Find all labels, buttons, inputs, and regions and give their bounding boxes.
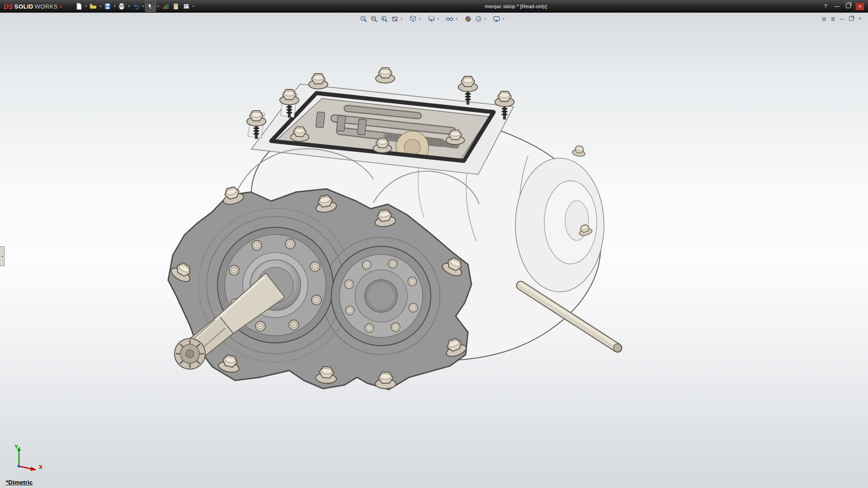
toolbar-options-icon	[183, 3, 190, 10]
view-settings-icon	[493, 15, 501, 23]
heads-up-view-toolbar: ▾ ▾ ▾ ▾ ▾ ▾	[359, 14, 505, 23]
zoom-to-selection-icon	[380, 15, 388, 23]
flange-bolt[interactable]	[345, 306, 354, 315]
collapse-arrow-icon: ◄	[1, 255, 4, 258]
hex-bolt[interactable]	[572, 145, 586, 157]
z-axis-marker	[17, 465, 20, 468]
x-axis	[19, 466, 33, 469]
print-icon	[118, 3, 125, 10]
select-cursor-icon	[147, 3, 154, 10]
pane-split-button[interactable]: ▤	[821, 15, 827, 22]
flange-bolt[interactable]	[310, 262, 320, 272]
toolbar-options-caret[interactable]: ▾	[192, 1, 195, 11]
select-tool-button[interactable]	[145, 1, 156, 12]
brand-works: WORKS	[35, 3, 58, 10]
open-folder-icon	[90, 3, 97, 10]
zoom-to-area-button[interactable]	[369, 14, 378, 23]
display-colors-icon	[162, 3, 169, 10]
solidworks-logo: DS SOLIDWORKS ▸	[0, 3, 65, 10]
apply-scene-button[interactable]	[474, 14, 483, 23]
zoom-to-fit-button[interactable]	[359, 14, 368, 23]
view-orientation-button[interactable]	[408, 14, 418, 23]
close-button[interactable]: ×	[855, 3, 864, 10]
standard-toolbar: ▾ ▾ ▾ ▾ ▾ ▾ ▾	[74, 1, 195, 12]
view-orientation-caret[interactable]: ▾	[419, 17, 421, 21]
edit-appearance-button[interactable]	[463, 14, 473, 23]
display-style-button[interactable]	[426, 14, 436, 23]
flange-bolt[interactable]	[285, 239, 295, 249]
zoom-to-fit-icon	[359, 15, 368, 23]
hide-show-items-icon	[446, 15, 454, 23]
view-settings-button[interactable]	[492, 14, 501, 23]
window-controls: ? — ×	[821, 0, 864, 13]
minimize-button[interactable]: —	[833, 3, 841, 9]
feature-panel-collapse-tab[interactable]: ◄	[0, 246, 5, 266]
pane-cascade-button[interactable]: ▥	[830, 15, 836, 22]
toolbar-options-button[interactable]	[181, 1, 191, 11]
flange-bolt[interactable]	[344, 280, 354, 289]
hide-show-items-button[interactable]	[445, 14, 454, 23]
hide-show-items-caret[interactable]: ▾	[455, 17, 458, 21]
flange-bolt[interactable]	[229, 265, 239, 275]
part-clipboard-button[interactable]	[171, 1, 181, 11]
flange-bolt[interactable]	[255, 321, 265, 331]
brand-solid: SOLID	[14, 3, 33, 10]
section-view-icon	[391, 15, 399, 23]
ds-logo-mark: DS	[4, 3, 13, 10]
apply-scene-caret[interactable]: ▾	[484, 17, 487, 21]
titlebar: DS SOLIDWORKS ▸ ▾ ▾ ▾ ▾ ▾ ▾	[0, 0, 868, 13]
flange-bolt[interactable]	[408, 277, 417, 286]
save-button[interactable]	[103, 1, 113, 11]
help-button[interactable]: ?	[821, 3, 830, 9]
zoom-to-area-icon	[370, 15, 378, 23]
section-view-caret[interactable]: ▾	[400, 17, 403, 21]
flange-bolt[interactable]	[252, 240, 262, 250]
restore-icon	[846, 4, 851, 8]
new-document-caret[interactable]: ▾	[85, 1, 88, 11]
doc-restore-icon	[849, 17, 854, 21]
print-button[interactable]	[117, 1, 127, 11]
doc-close-button[interactable]: ×	[857, 15, 863, 22]
undo-caret[interactable]: ▾	[142, 1, 145, 11]
stud-bolt[interactable]	[458, 76, 478, 105]
view-settings-caret[interactable]: ▾	[502, 17, 505, 21]
restore-button[interactable]	[844, 3, 852, 9]
edit-appearance-icon	[464, 15, 472, 23]
flange-bolt[interactable]	[365, 324, 374, 333]
flange-bolt[interactable]	[311, 295, 321, 305]
model-3d-gearbox-assembly[interactable]	[0, 0, 868, 488]
save-caret[interactable]: ▾	[113, 1, 117, 11]
doc-minimize-button[interactable]: —	[839, 15, 845, 22]
display-colors-button[interactable]	[160, 1, 170, 11]
view-orientation-icon	[409, 15, 417, 23]
part-clipboard-icon	[172, 3, 179, 10]
output-bearing-flange[interactable]	[331, 246, 431, 346]
hex-bolt[interactable]	[376, 68, 395, 83]
save-icon	[104, 3, 111, 10]
flange-bolt[interactable]	[362, 260, 371, 269]
y-axis-label: Y	[14, 444, 18, 450]
select-tool-caret[interactable]: ▾	[156, 1, 160, 11]
window-title: menjac sklop * [Read-only]	[485, 4, 547, 9]
display-style-caret[interactable]: ▾	[437, 17, 439, 21]
zoom-to-selection-button[interactable]	[379, 14, 389, 23]
doc-restore-button[interactable]	[848, 15, 854, 22]
hex-bolt[interactable]	[309, 74, 328, 89]
view-orientation-label: *Dimetric	[6, 479, 33, 486]
apply-scene-icon	[474, 15, 482, 23]
new-document-button[interactable]	[74, 1, 84, 11]
flange-bolt[interactable]	[391, 323, 400, 332]
flange-bolt[interactable]	[289, 320, 299, 330]
document-window-controls: ▤ ▥ — ×	[821, 15, 863, 22]
print-caret[interactable]: ▾	[127, 1, 131, 11]
section-view-button[interactable]	[390, 14, 399, 23]
open-button[interactable]	[88, 1, 98, 11]
open-caret[interactable]: ▾	[99, 1, 102, 11]
brand-arrow-icon[interactable]: ▸	[60, 4, 62, 9]
undo-button[interactable]	[131, 1, 141, 11]
orientation-triad: Y X	[9, 443, 54, 474]
x-axis-label: X	[39, 464, 42, 470]
new-document-icon	[75, 3, 83, 10]
flange-bolt[interactable]	[388, 259, 397, 268]
flange-bolt[interactable]	[409, 303, 418, 312]
